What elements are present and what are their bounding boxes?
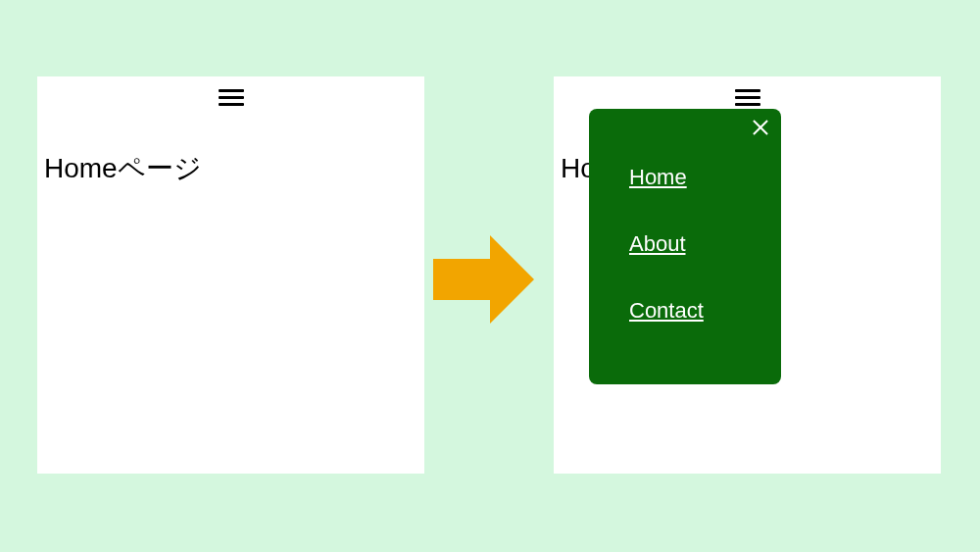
hamburger-menu-button[interactable] xyxy=(735,89,760,106)
menu-link: About xyxy=(629,231,686,256)
hamburger-icon xyxy=(219,89,244,92)
hamburger-icon xyxy=(735,103,760,106)
hamburger-icon xyxy=(735,89,760,92)
hamburger-icon xyxy=(735,96,760,99)
open-state-panel: Homeページ Home About Contact xyxy=(554,76,941,474)
hamburger-menu-button[interactable] xyxy=(219,89,244,106)
dropdown-menu: Home About Contact xyxy=(589,109,781,384)
hamburger-icon xyxy=(219,103,244,106)
menu-item-contact[interactable]: Contact xyxy=(589,277,781,344)
menu-item-home[interactable]: Home xyxy=(589,144,781,211)
hamburger-icon xyxy=(219,96,244,99)
menu-link: Home xyxy=(629,165,687,189)
transition-arrow xyxy=(433,235,534,324)
closed-state-panel: Homeページ xyxy=(37,76,424,474)
menu-item-about[interactable]: About xyxy=(589,211,781,277)
menu-list: Home About Contact xyxy=(589,144,781,344)
menu-link: Contact xyxy=(629,298,704,323)
page-title: Homeページ xyxy=(44,150,202,187)
close-icon[interactable] xyxy=(749,116,772,139)
